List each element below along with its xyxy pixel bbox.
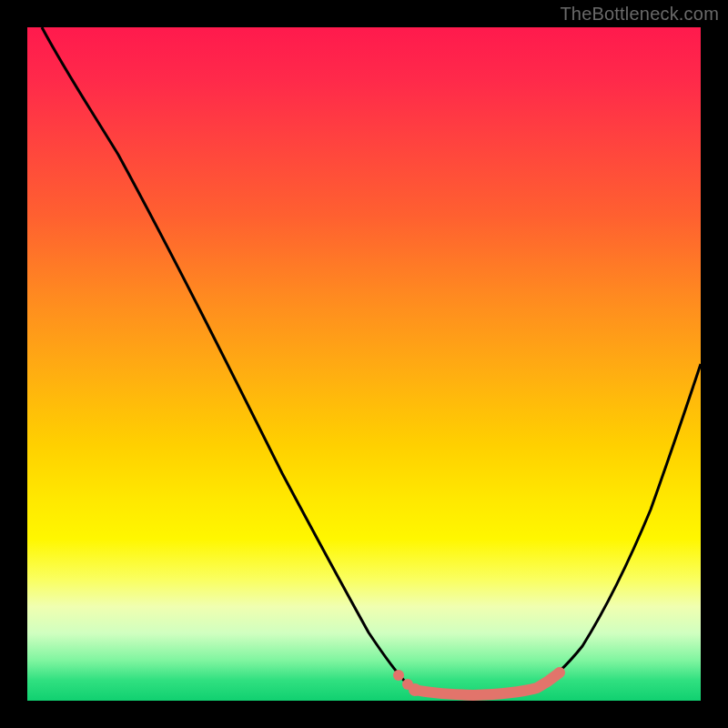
right-curve [537, 364, 701, 688]
highlight-segment [415, 672, 560, 695]
left-curve [42, 27, 415, 690]
highlight-dot [393, 670, 404, 681]
highlight-dot [409, 683, 421, 696]
watermark-text: TheBottleneck.com [560, 4, 719, 25]
chart-frame: TheBottleneck.com [0, 0, 728, 728]
curve-layer [27, 27, 701, 701]
